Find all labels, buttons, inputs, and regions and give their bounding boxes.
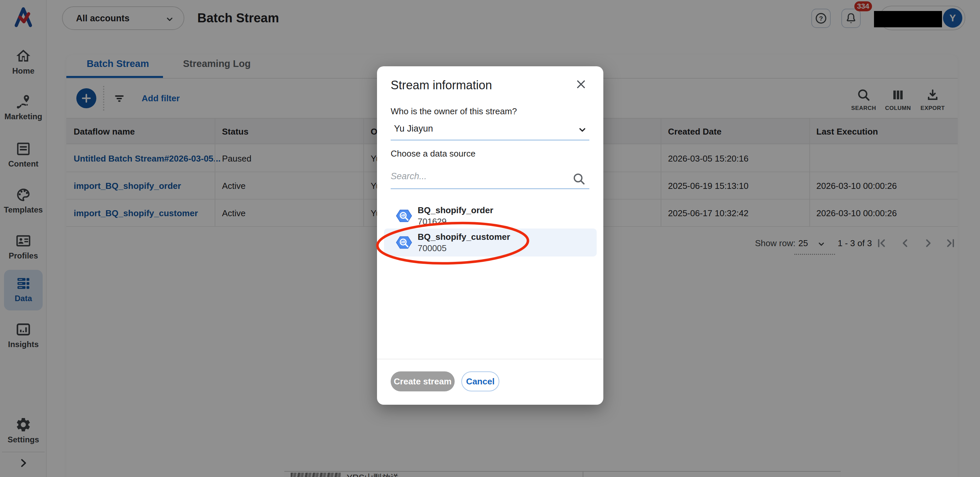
bigquery-icon [396, 234, 412, 251]
data-source-name: BQ_shopify_order [418, 205, 493, 216]
data-source-label: Choose a data source [391, 149, 475, 159]
data-source-id: 700005 [418, 243, 447, 254]
bigquery-icon [396, 208, 412, 224]
data-source-option-customer[interactable]: BQ_shopify_customer 700005 [384, 228, 597, 257]
dialog-footer-divider [377, 359, 603, 360]
owner-question-label: Who is the owner of this stream? [391, 106, 517, 117]
owner-select-value: Yu Jiayun [394, 124, 433, 134]
data-source-id: 701629 [418, 217, 447, 227]
cancel-button[interactable]: Cancel [461, 371, 500, 391]
owner-select-underline [391, 139, 589, 141]
search-underline [391, 188, 589, 189]
create-stream-button[interactable]: Create stream [391, 371, 455, 391]
close-button[interactable] [574, 77, 588, 92]
data-source-search-input[interactable] [391, 166, 571, 186]
chevron-down-icon [577, 124, 588, 136]
owner-select[interactable]: Yu Jiayun [391, 120, 589, 139]
data-source-option-order[interactable]: BQ_shopify_order 701629 [384, 202, 597, 230]
close-icon [574, 78, 588, 91]
data-source-name: BQ_shopify_customer [418, 232, 510, 242]
dialog-title: Stream information [391, 78, 492, 92]
search-icon[interactable] [572, 171, 586, 186]
application-window: Home Marketing Content [0, 0, 980, 477]
stream-information-dialog: Stream information Who is the owner of t… [377, 66, 603, 405]
